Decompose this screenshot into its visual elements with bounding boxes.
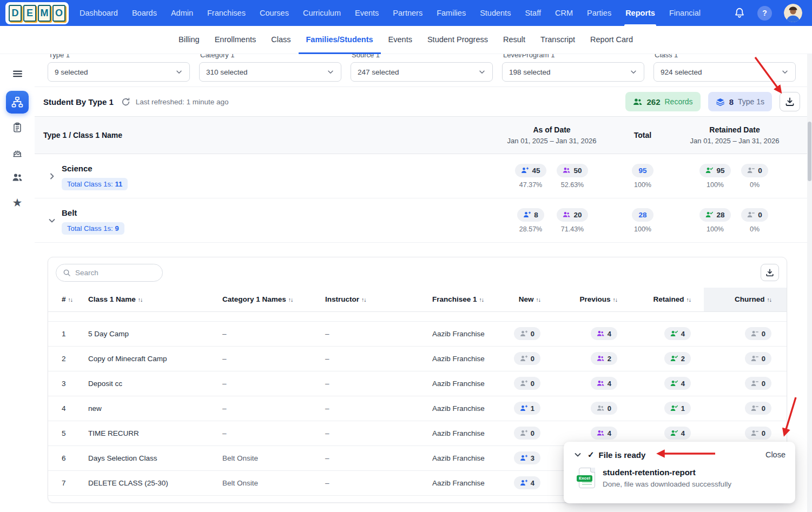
sort-icon: ↑↓ [767, 296, 772, 303]
toast-close-button[interactable]: Close [765, 450, 785, 459]
person-plus-icon [520, 429, 527, 437]
type-label: Type 1s [738, 97, 764, 106]
col-header-num[interactable]: #↑↓ [48, 288, 88, 311]
notifications-bell-icon[interactable] [734, 7, 745, 19]
sort-icon: ↑↓ [686, 296, 691, 303]
type-count-badge: 8 Type 1s [708, 92, 772, 111]
select-value: 198 selected [509, 68, 551, 76]
total-cell: 95 100% [621, 164, 664, 189]
nav-item-reports[interactable]: Reports [625, 0, 655, 26]
summary-row-science: Science Total Class 1s:11 45 47.37% 50 5… [35, 154, 812, 198]
people-icon [597, 330, 604, 337]
col-header-category[interactable]: Category 1 Names↑↓ [222, 288, 325, 311]
retained-cell: 28 100% [694, 208, 737, 233]
tab-families-students[interactable]: Families/Students [306, 26, 373, 54]
person-minus-icon [747, 211, 755, 218]
person-minus-icon [751, 355, 758, 362]
report-header-actions: 262 Records 8 Type 1s [625, 92, 800, 111]
person-plus-icon [520, 454, 527, 462]
top-navigation: D E M O Dashboard Boards Admin Franchise… [0, 0, 812, 26]
chevron-down-icon[interactable] [48, 216, 56, 225]
chevron-down-icon[interactable] [573, 450, 582, 459]
tab-result[interactable]: Result [503, 26, 525, 54]
source1-select[interactable]: 247 selected [351, 62, 493, 82]
card-toolbar [48, 257, 787, 288]
person-check-icon [670, 429, 678, 437]
tab-events[interactable]: Events [388, 26, 412, 54]
nav-item-admin[interactable]: Admin [171, 0, 193, 26]
people-icon [563, 211, 570, 218]
nav-item-events[interactable]: Events [355, 0, 379, 26]
sort-icon: ↑↓ [536, 296, 541, 303]
tab-enrollments[interactable]: Enrollments [215, 26, 256, 54]
chevron-down-icon [175, 68, 183, 76]
total-class-badge: Total Class 1s:11 [62, 178, 128, 190]
nav-item-crm[interactable]: CRM [555, 0, 573, 26]
reports-tab-bar: Billing Enrollments Class Families/Stude… [0, 26, 812, 54]
col-header-franchisee[interactable]: Franchisee 1↑↓ [432, 288, 503, 311]
help-button[interactable]: ? [757, 6, 772, 21]
excel-file-icon: Excel [579, 468, 595, 488]
avatar[interactable] [784, 4, 802, 22]
filter-type1: Type 1 9 selected [48, 54, 190, 82]
nav-item-dashboard[interactable]: Dashboard [80, 0, 118, 26]
total-cell: 28 100% [621, 208, 664, 233]
level-program1-select[interactable]: 198 selected [502, 62, 644, 82]
layers-icon [716, 97, 725, 107]
filter-level-program1: Level/Program 1 198 selected [502, 54, 644, 82]
nav-item-curriculum[interactable]: Curriculum [303, 0, 341, 26]
filter-label: Source 1 [351, 54, 493, 59]
col-header-churned[interactable]: Churned↑↓ [704, 288, 787, 311]
nav-item-families[interactable]: Families [437, 0, 466, 26]
person-minus-icon [751, 330, 758, 337]
nav-item-staff[interactable]: Staff [525, 0, 541, 26]
tab-student-progress[interactable]: Student Progress [427, 26, 488, 54]
col-header-class-name[interactable]: Class 1 Name↑↓ [88, 288, 222, 311]
people-icon[interactable] [6, 167, 28, 188]
people-icon [597, 380, 604, 387]
category1-select[interactable]: 310 selected [199, 62, 341, 82]
icon-sidebar: ★ [0, 54, 35, 512]
nav-item-franchises[interactable]: Franchises [207, 0, 246, 26]
tab-transcript[interactable]: Transcript [540, 26, 575, 54]
table-header-row: #↑↓ Class 1 Name↑↓ Category 1 Names↑↓ In… [48, 288, 787, 311]
scrollbar-thumb[interactable] [808, 122, 811, 181]
cake-icon[interactable] [6, 142, 28, 163]
refresh-icon[interactable] [121, 97, 130, 107]
sort-icon: ↑↓ [613, 296, 618, 303]
download-table-button[interactable] [761, 264, 779, 281]
table-row: 4 new – – Aazib Franchise 1 0 1 0 [48, 396, 787, 421]
person-check-icon [705, 167, 713, 174]
records-label: Records [664, 97, 692, 106]
col-header-new[interactable]: New↑↓ [503, 288, 553, 311]
star-icon[interactable]: ★ [6, 191, 28, 213]
chevron-right-icon[interactable] [48, 172, 56, 181]
col-header-retained[interactable]: Retained↑↓ [630, 288, 704, 311]
filter-class1: Class 1 924 selected [653, 54, 796, 82]
tab-billing[interactable]: Billing [179, 26, 200, 54]
nav-item-financial[interactable]: Financial [669, 0, 701, 26]
search-input[interactable] [75, 269, 151, 277]
tab-class[interactable]: Class [271, 26, 291, 54]
sort-icon: ↑↓ [68, 296, 73, 303]
type1-select[interactable]: 9 selected [48, 62, 190, 82]
download-status: Done, file was downloaded successfully [603, 480, 731, 488]
download-report-button[interactable] [780, 92, 800, 111]
class1-select[interactable]: 924 selected [653, 62, 796, 82]
search-box [56, 264, 163, 282]
sidebar-item-retention-active[interactable] [6, 91, 29, 114]
table-row: 3 Deposit cc – – Aazib Franchise 0 4 4 0 [48, 371, 787, 396]
nav-item-partners[interactable]: Partners [393, 0, 422, 26]
app-logo[interactable]: D E M O [5, 2, 69, 24]
hamburger-menu-icon[interactable] [6, 63, 28, 84]
tab-report-card[interactable]: Report Card [590, 26, 633, 54]
clipboard-icon[interactable] [6, 117, 28, 138]
nav-item-courses[interactable]: Courses [260, 0, 289, 26]
col-header-instructor[interactable]: Instructor↑↓ [325, 288, 432, 311]
nav-item-boards[interactable]: Boards [132, 0, 157, 26]
person-minus-icon [751, 429, 758, 437]
nav-item-parties[interactable]: Parties [587, 0, 611, 26]
col-header-previous[interactable]: Previous↑↓ [553, 288, 630, 311]
person-plus-icon [523, 211, 531, 218]
nav-item-students[interactable]: Students [480, 0, 511, 26]
